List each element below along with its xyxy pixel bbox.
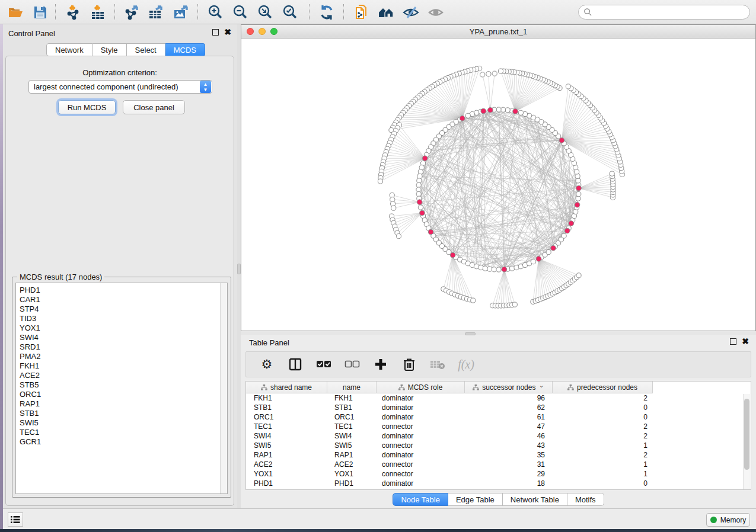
memory-label: Memory bbox=[720, 516, 746, 524]
export-network-icon[interactable] bbox=[123, 3, 142, 22]
memory-button[interactable]: Memory bbox=[706, 513, 750, 527]
new-network-from-selection-icon[interactable] bbox=[352, 3, 371, 22]
cell-predecessor-nodes: 1 bbox=[553, 460, 653, 469]
mcds-result-item[interactable]: SWI4 bbox=[20, 333, 227, 342]
column-header-shared-name[interactable]: shared name bbox=[246, 382, 327, 393]
split-columns-icon[interactable] bbox=[288, 357, 303, 372]
refresh-icon[interactable] bbox=[317, 3, 336, 22]
mcds-result-list[interactable]: PHD1CAR1STP4TID3YOX1SWI4SRD1PMA2FKH1ACE2… bbox=[15, 283, 228, 494]
mcds-result-item[interactable]: SWI5 bbox=[20, 418, 227, 428]
add-column-icon[interactable] bbox=[373, 357, 388, 372]
table-toolbar: ⚙ f(x) bbox=[245, 351, 751, 377]
mcds-result-item[interactable]: TID3 bbox=[20, 314, 227, 323]
mcds-result-item[interactable]: TEC1 bbox=[20, 428, 227, 437]
deselect-all-checkboxes-icon[interactable] bbox=[344, 357, 360, 372]
delete-column-icon[interactable] bbox=[401, 357, 417, 372]
table-row[interactable]: PHD1PHD1dominator180 bbox=[246, 479, 751, 488]
column-header-predecessor-nodes[interactable]: predecessor nodes bbox=[553, 382, 653, 393]
close-panel-button[interactable]: Close panel bbox=[123, 100, 185, 114]
cell-MCDS-role: connector bbox=[377, 422, 465, 431]
table-scrollbar-thumb[interactable] bbox=[744, 399, 749, 470]
search-field[interactable] bbox=[578, 5, 750, 20]
network-canvas[interactable] bbox=[241, 39, 755, 331]
close-panel-icon[interactable]: ✖ bbox=[742, 338, 749, 345]
dropdown-stepper-icon: ▲▼ bbox=[200, 81, 211, 93]
search-input[interactable] bbox=[592, 8, 749, 17]
mcds-result-item[interactable]: FKH1 bbox=[20, 361, 227, 371]
open-session-icon[interactable] bbox=[6, 3, 25, 22]
table-row[interactable]: SWI5SWI5connector431 bbox=[246, 441, 751, 450]
optimization-criterion-label: Optimization criterion: bbox=[6, 68, 234, 77]
memory-status-icon bbox=[710, 517, 717, 523]
tab-mcds[interactable]: MCDS bbox=[165, 43, 205, 56]
zoom-selected-icon[interactable] bbox=[280, 3, 299, 22]
mcds-result-item[interactable]: CAR1 bbox=[20, 295, 227, 305]
table-row[interactable]: ACE2ACE2connector311 bbox=[246, 460, 751, 469]
control-panel-tabs: NetworkStyleSelectMCDS bbox=[46, 43, 205, 56]
horizontal-splitter-handle[interactable] bbox=[465, 332, 476, 335]
show-eye-icon[interactable] bbox=[426, 3, 445, 22]
tab-edge-table[interactable]: Edge Table bbox=[448, 493, 503, 506]
mcds-result-item[interactable]: STP4 bbox=[20, 305, 227, 314]
table-row[interactable]: SWI4SWI4dominator462 bbox=[246, 431, 751, 441]
cell-predecessor-nodes: 0 bbox=[553, 412, 653, 422]
run-mcds-button[interactable]: Run MCDS bbox=[58, 100, 116, 114]
table-row[interactable]: YOX1YOX1connector291 bbox=[246, 469, 751, 479]
mcds-result-item[interactable]: ORC1 bbox=[20, 390, 227, 399]
cell-predecessor-nodes: 1 bbox=[553, 469, 653, 479]
settings-gear-icon[interactable]: ⚙ bbox=[259, 357, 275, 372]
cell-name: SWI4 bbox=[327, 431, 377, 441]
hide-selected-eye-icon[interactable] bbox=[401, 3, 420, 22]
zoom-in-icon[interactable] bbox=[206, 3, 225, 22]
tab-node-table[interactable]: Node Table bbox=[393, 493, 448, 506]
column-header-name[interactable]: name bbox=[327, 382, 377, 393]
cell-successor-nodes: 29 bbox=[465, 469, 553, 479]
column-header-successor-nodes[interactable]: successor nodes⌄ bbox=[465, 382, 553, 393]
column-header-MCDS-role[interactable]: MCDS role bbox=[377, 382, 465, 393]
column-type-icon bbox=[398, 384, 405, 390]
mcds-result-item[interactable]: PHD1 bbox=[20, 286, 227, 295]
cell-name: YOX1 bbox=[327, 469, 377, 479]
criterion-dropdown[interactable]: largest connected component (undirected)… bbox=[28, 80, 212, 94]
save-session-icon[interactable] bbox=[31, 3, 50, 22]
export-image-icon[interactable] bbox=[171, 3, 190, 22]
table-row[interactable]: TEC1TEC1connector472 bbox=[246, 422, 751, 431]
import-network-icon[interactable] bbox=[63, 3, 82, 22]
zoom-out-icon[interactable] bbox=[231, 3, 250, 22]
mcds-result-item[interactable]: GCR1 bbox=[20, 437, 227, 447]
mcds-list-scrollbar[interactable] bbox=[220, 283, 227, 493]
mcds-result-item[interactable]: PMA2 bbox=[20, 352, 227, 361]
mcds-result-item[interactable]: SRD1 bbox=[20, 342, 227, 352]
show-all-houses-icon[interactable] bbox=[377, 3, 395, 22]
tab-motifs[interactable]: Motifs bbox=[567, 493, 604, 506]
mcds-result-item[interactable]: STB1 bbox=[20, 409, 227, 418]
select-all-checkboxes-icon[interactable] bbox=[316, 357, 331, 372]
table-panel-window-buttons: ✖ bbox=[730, 338, 749, 345]
tab-network[interactable]: Network bbox=[46, 43, 92, 56]
tab-select[interactable]: Select bbox=[127, 43, 165, 56]
zoom-fit-icon[interactable] bbox=[256, 3, 275, 22]
cell-MCDS-role: connector bbox=[377, 469, 465, 479]
mcds-result-item[interactable]: YOX1 bbox=[20, 323, 227, 333]
cell-shared-name: YOX1 bbox=[246, 469, 327, 479]
table-scrollbar[interactable] bbox=[743, 394, 750, 489]
node-table-rows: FKH1FKH1dominator962STB1STB1dominator620… bbox=[246, 393, 751, 488]
tab-network-table[interactable]: Network Table bbox=[503, 493, 567, 506]
mcds-result-item[interactable]: ACE2 bbox=[20, 371, 227, 380]
node-table: shared namenameMCDS rolesuccessor nodes⌄… bbox=[245, 381, 751, 490]
task-history-button[interactable] bbox=[8, 512, 23, 527]
desktop-edge-bottom bbox=[0, 529, 756, 532]
table-row[interactable]: FKH1FKH1dominator962 bbox=[246, 393, 751, 403]
mcds-result-item[interactable]: RAP1 bbox=[20, 399, 227, 409]
table-row[interactable]: STB1STB1dominator620 bbox=[246, 403, 751, 412]
close-panel-icon[interactable]: ✖ bbox=[224, 29, 231, 36]
network-window-titlebar[interactable]: YPA_prune.txt_1 bbox=[241, 25, 755, 39]
mcds-result-item[interactable]: STB5 bbox=[20, 380, 227, 390]
table-row[interactable]: RAP1RAP1dominator352 bbox=[246, 450, 751, 460]
import-table-icon[interactable] bbox=[88, 3, 107, 22]
table-row[interactable]: ORC1ORC1dominator610 bbox=[246, 412, 751, 422]
float-panel-icon[interactable] bbox=[730, 338, 736, 345]
tab-style[interactable]: Style bbox=[92, 43, 127, 56]
float-panel-icon[interactable] bbox=[212, 29, 219, 36]
export-table-icon[interactable] bbox=[146, 3, 165, 22]
